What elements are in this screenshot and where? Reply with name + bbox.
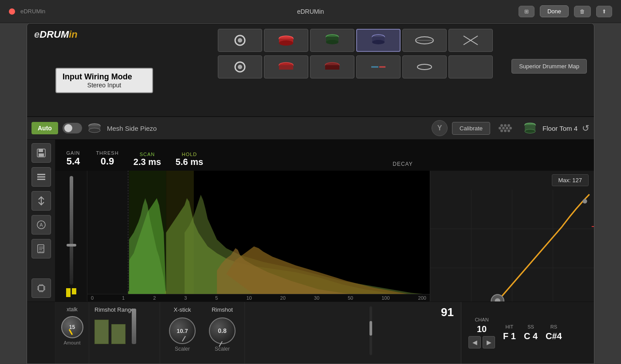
xtalk-label: xtalk: [67, 306, 78, 313]
x-label-20: 20: [280, 295, 286, 301]
x-label-10: 10: [246, 295, 252, 301]
drum-pad-12[interactable]: [448, 55, 493, 78]
svg-point-33: [507, 124, 510, 127]
ss-value: C 4: [524, 331, 538, 341]
calibrate-button[interactable]: Calibrate: [452, 122, 490, 135]
scan-value: 2.3 ms: [134, 157, 161, 167]
titlebar-right: ⊞ Done 🗑 ⬆: [519, 5, 612, 17]
drum-pad-10[interactable]: [356, 55, 401, 78]
input-wiring-box: Input Wiring Mode Stereo Input: [55, 68, 153, 93]
sidebar-pdf-button[interactable]: PDF: [31, 239, 51, 258]
close-button[interactable]: [9, 8, 15, 15]
refresh-button[interactable]: ↺: [582, 123, 590, 133]
bottom-slider-thumb[interactable]: [369, 321, 372, 336]
svg-point-10: [372, 40, 385, 44]
trash-button[interactable]: 🗑: [574, 6, 591, 17]
svg-point-4: [279, 40, 293, 46]
x-label-100: 100: [381, 295, 389, 301]
toggle-switch[interactable]: [63, 123, 82, 133]
gain-slider-thumb[interactable]: [67, 244, 76, 247]
mode-bar: Auto Mesh Side Piezo Y Calibrate: [27, 117, 594, 140]
floor-tom-icon: [522, 120, 538, 136]
app-logo: eDRUMin: [34, 29, 78, 40]
window-title: eDRUMin: [297, 8, 324, 15]
x-label-3: 3: [184, 295, 187, 301]
sidebar-a-button[interactable]: A: [31, 215, 51, 235]
toggle-knob: [64, 124, 72, 132]
sidebar-list-button[interactable]: [31, 167, 51, 187]
hit-block: HIT F 1: [503, 324, 516, 341]
drum-pad-8[interactable]: [264, 55, 308, 78]
hit-value: F 1: [503, 331, 516, 341]
xtalk-knob[interactable]: 15: [61, 316, 83, 338]
max-label: Max: 127: [552, 174, 589, 186]
rimshot-scaler-header: Rimshot: [212, 306, 233, 313]
rimshot-scaler-knob[interactable]: 0.8: [209, 317, 236, 344]
drum-pad-2[interactable]: [264, 29, 308, 52]
bottom-section: xtalk 15 Amount Rimshot Range X-stick 10…: [27, 301, 594, 364]
svg-point-36: [507, 129, 510, 132]
thresh-block: THRESH 0.9: [87, 150, 127, 167]
rs-value: C#4: [546, 331, 562, 341]
svg-point-82: [582, 199, 587, 204]
hit-label: HIT: [506, 324, 514, 329]
svg-point-7: [326, 40, 338, 44]
svg-rect-43: [37, 174, 45, 175]
rimshot-range-block: Rimshot Range: [89, 302, 160, 364]
sidebar-arrows-button[interactable]: [31, 191, 51, 211]
x-label-2: 2: [153, 295, 156, 301]
window-icon-button[interactable]: ⊞: [519, 6, 535, 17]
chan-next-arrow[interactable]: ▶: [483, 336, 495, 348]
auto-button[interactable]: Auto: [31, 122, 58, 134]
svg-point-23: [417, 64, 432, 70]
rimshot-slider[interactable]: [132, 309, 136, 344]
midi-section: CHAN 10 ◀ ▶ HIT F 1 SS C 4 RS C#4: [461, 302, 594, 364]
chan-value: 10: [477, 324, 487, 334]
logo-drum-text: DRUM: [39, 29, 69, 40]
input-wiring-subtitle: Stereo Input: [63, 82, 146, 89]
svg-rect-44: [37, 176, 45, 178]
gain-block: GAIN 5.4: [55, 150, 87, 167]
bottom-spacer: 91: [245, 302, 461, 364]
svg-rect-66: [87, 171, 129, 294]
left-sidebar: A PDF: [27, 140, 55, 301]
drum-pad-4-active[interactable]: [356, 29, 401, 52]
logo-in-text: in: [69, 29, 78, 40]
sidebar-floppy-button[interactable]: [31, 143, 51, 163]
svg-rect-20: [325, 65, 339, 70]
thresh-value: 0.9: [101, 156, 114, 167]
drum-pad-6[interactable]: [448, 29, 493, 52]
gain-label: GAIN: [67, 150, 80, 156]
scan-block: SCAN 2.3 ms: [127, 152, 167, 167]
center-area: GAIN 5.4 THRESH 0.9 SCAN 2.3 ms HOLD 5.6…: [55, 140, 594, 301]
logo-e-icon: e: [34, 29, 39, 40]
drum-pad-1[interactable]: [218, 29, 262, 52]
drum-pad-3[interactable]: [310, 29, 354, 52]
svg-rect-53: [39, 286, 44, 291]
svg-point-26: [89, 128, 100, 133]
decay-label: DECAY: [393, 161, 413, 167]
share-button[interactable]: ⬆: [596, 6, 612, 17]
svg-point-27: [499, 127, 501, 129]
drum-pad-5[interactable]: [402, 29, 447, 52]
done-button[interactable]: Done: [540, 5, 569, 17]
amount-label: Amount: [64, 340, 81, 345]
xtalk-block: xtalk 15 Amount: [55, 302, 89, 364]
drum-type-label: Mesh Side Piezo: [107, 125, 427, 132]
drum-pad-11[interactable]: [402, 55, 447, 78]
svg-rect-45: [37, 179, 45, 180]
xstick-label: X-stick: [174, 306, 191, 313]
svg-rect-42: [39, 153, 44, 157]
sidebar-chip-button[interactable]: [31, 278, 51, 298]
x-label-1: 1: [122, 295, 125, 301]
chan-block: CHAN 10 ◀ ▶: [468, 317, 495, 348]
chan-label: CHAN: [475, 317, 488, 322]
chan-prev-arrow[interactable]: ◀: [468, 336, 481, 348]
xstick-scaler-knob[interactable]: 10.7: [169, 317, 196, 344]
x-label-50: 50: [348, 295, 353, 301]
drum-pad-7[interactable]: [218, 55, 262, 78]
rimshot-bar-1: [94, 320, 109, 344]
superior-drummer-button[interactable]: Superior Drummer Map: [511, 59, 587, 74]
hold-value: 5.6 ms: [176, 157, 203, 167]
drum-pad-9[interactable]: [310, 55, 354, 78]
